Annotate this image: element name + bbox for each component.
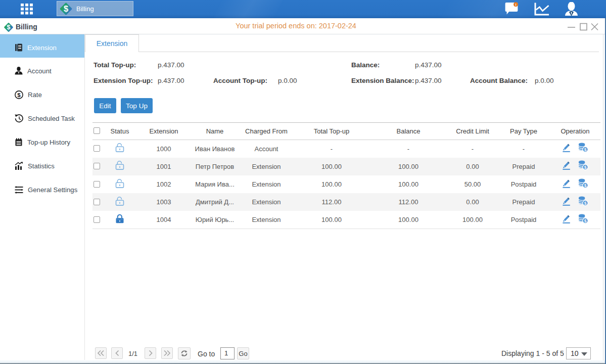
svg-text:$: $ (584, 165, 587, 170)
svg-text:$: $ (64, 4, 68, 13)
svg-text:$: $ (584, 183, 587, 188)
svg-text:$: $ (584, 201, 587, 206)
svg-text:$: $ (17, 92, 21, 98)
svg-text:$: $ (584, 147, 587, 152)
svg-text:!: ! (515, 3, 517, 7)
svg-text:$: $ (584, 218, 587, 223)
